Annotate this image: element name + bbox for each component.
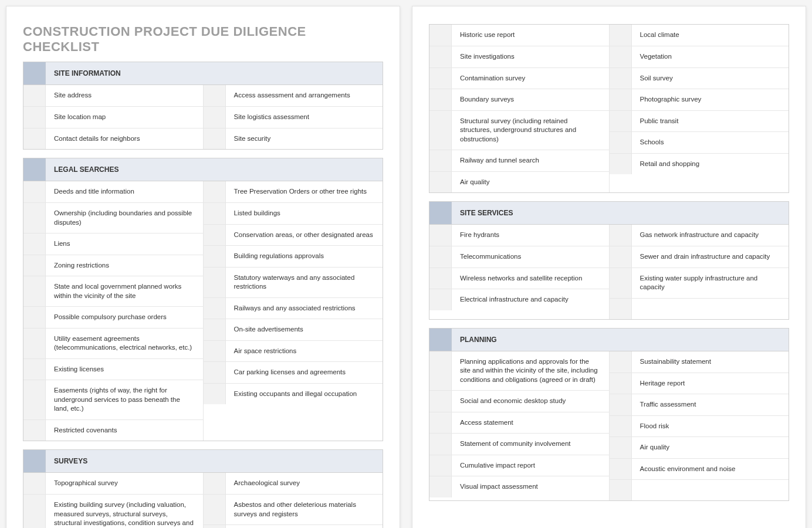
checklist-item-label: Site location map [46,107,203,128]
checklist-section: PLANNINGPlanning applications and approv… [429,328,789,502]
checkbox-cell[interactable] [204,473,226,494]
checkbox-cell[interactable] [429,351,452,391]
checkbox-cell[interactable] [204,128,226,150]
checkbox-cell[interactable] [204,246,226,267]
checkbox-cell[interactable] [204,495,226,524]
checkbox-cell[interactable] [429,455,452,476]
checklist-item-label: Local area transport infrastructure (ade… [226,525,383,528]
checkbox-cell[interactable] [429,111,452,150]
checkbox-cell[interactable] [610,394,632,415]
checkbox-cell[interactable] [429,89,452,110]
checklist-row: Existing licenses [23,358,203,380]
section-column: Gas network infrastructure and capacityS… [609,225,789,319]
checkbox-cell[interactable] [23,276,46,306]
checkbox-cell[interactable] [204,225,226,246]
checklist-item-label: Air quality [632,437,789,458]
checkbox-cell[interactable] [23,107,46,128]
checklist-row: Air quality [429,171,609,193]
checkbox-cell[interactable] [429,246,452,268]
checklist-item-label: Deeds and title information [46,181,203,202]
section-rows: Site addressSite location mapContact det… [23,85,383,149]
checkbox-cell[interactable] [610,351,632,373]
checkbox-cell[interactable] [610,154,632,175]
checkbox-cell[interactable] [610,437,632,458]
checkbox-cell[interactable] [610,480,632,500]
checkbox-cell[interactable] [429,434,452,455]
checklist-row: Access statement [429,412,609,434]
checklist-item-label: Contact details for neighbors [46,128,203,150]
checkbox-cell[interactable] [610,299,632,319]
checkbox-cell[interactable] [610,46,632,67]
section-column: Planning applications and approvals for … [429,351,609,501]
checkbox-cell[interactable] [429,25,452,46]
checkbox-cell[interactable] [23,85,46,106]
checkbox-cell[interactable] [610,373,632,394]
checklist-row: Existing occupants and illegal occupatio… [204,383,383,405]
checkbox-cell[interactable] [610,268,632,298]
checkbox-cell[interactable] [610,68,632,89]
checkbox-cell[interactable] [429,46,452,67]
checkbox-cell[interactable] [610,25,632,46]
checklist-row: Structural survey (including retained st… [429,110,609,150]
checkbox-cell[interactable] [610,416,632,437]
checklist-item-label: Flood risk [632,416,789,437]
checkbox-cell[interactable] [23,329,46,358]
checklist-row: Local area transport infrastructure (ade… [204,524,383,528]
checkbox-cell[interactable] [204,268,226,297]
checkbox-cell[interactable] [429,476,452,497]
header-check-cell [429,329,452,351]
checkbox-cell[interactable] [204,107,226,128]
checkbox-cell[interactable] [610,89,632,110]
checklist-row: On-site advertisements [204,319,383,340]
section-column: Historic use reportSite investigationsCo… [429,25,609,192]
checkbox-cell[interactable] [23,181,46,202]
checkbox-cell[interactable] [610,132,632,153]
checkbox-cell[interactable] [204,319,226,340]
checkbox-cell[interactable] [610,225,632,246]
checkbox-cell[interactable] [23,128,46,150]
checkbox-cell[interactable] [23,420,46,441]
checklist-item-label: Railway and tunnel search [452,150,609,171]
checklist-item-label: Structural survey (including retained st… [452,111,609,150]
checkbox-cell[interactable] [610,246,632,268]
checklist-item-label: State and local government planned works… [46,276,203,306]
checkbox-cell[interactable] [23,255,46,276]
checkbox-cell[interactable] [610,111,632,132]
checkbox-cell[interactable] [204,362,226,383]
page-right: Historic use reportSite investigationsCo… [412,6,806,528]
checkbox-cell[interactable] [204,341,226,362]
checkbox-cell[interactable] [23,380,46,419]
checklist-item-label: Statement of community involvement [452,434,609,455]
checkbox-cell[interactable] [429,289,452,310]
checkbox-cell[interactable] [23,203,46,233]
checkbox-cell[interactable] [23,233,46,255]
checkbox-cell[interactable] [610,459,632,480]
checkbox-cell[interactable] [204,181,226,202]
checklist-row: Existing building survey (including valu… [23,494,203,528]
checkbox-cell[interactable] [23,473,46,494]
checkbox-cell[interactable] [23,495,46,528]
checkbox-cell[interactable] [429,412,452,434]
checkbox-cell[interactable] [204,203,226,224]
checklist-item-label: Conservation areas, or other designated … [226,225,383,246]
checkbox-cell[interactable] [429,68,452,89]
checkbox-cell[interactable] [23,359,46,380]
section-rows: Historic use reportSite investigationsCo… [429,25,789,192]
checklist-row: Car parking licenses and agreements [204,361,383,383]
checkbox-cell[interactable] [429,391,452,412]
checkbox-cell[interactable] [429,150,452,171]
checklist-row: Statutory waterways and any associated r… [204,267,383,297]
checkbox-cell[interactable] [429,225,452,246]
checkbox-cell[interactable] [429,172,452,193]
checkbox-cell[interactable] [429,268,452,289]
checklist-item-label: Air quality [452,172,609,193]
checkbox-cell[interactable] [204,384,226,405]
page-title: CONSTRUCTION PROJECT DUE DILIGENCE CHECK… [23,24,383,55]
checkbox-cell[interactable] [204,525,226,528]
checkbox-cell[interactable] [23,307,46,328]
checkbox-cell[interactable] [204,298,226,319]
checklist-item-label: Fire hydrants [452,225,609,246]
checkbox-cell[interactable] [204,85,226,106]
checklist-item-label: Cumulative impact report [452,455,609,476]
checklist-section: SITE SERVICESFire hydrantsTelecommunicat… [429,201,789,320]
